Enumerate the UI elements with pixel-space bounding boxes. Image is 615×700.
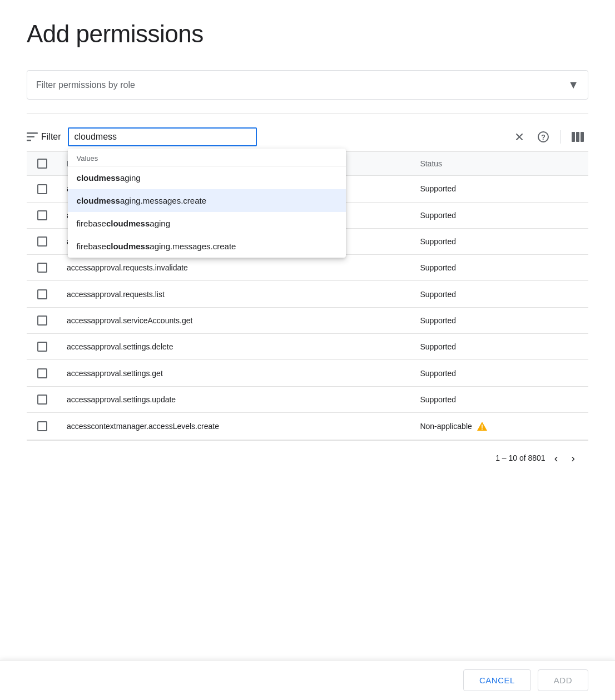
filter-role-dropdown[interactable]: Filter permissions by role ▼ — [27, 70, 588, 100]
filter-input-wrapper: Values cloudmessaging cloudmessaging.mes… — [68, 127, 503, 146]
row-checkbox-3[interactable] — [37, 263, 47, 273]
td-checkbox — [27, 255, 58, 281]
pagination-range: 1 – 10 of 8801 — [495, 453, 545, 462]
td-permission: accessapproval.settings.get — [58, 360, 411, 386]
row-checkbox-0[interactable] — [37, 184, 47, 194]
row-checkbox-6[interactable] — [37, 342, 47, 352]
td-checkbox — [27, 228, 58, 254]
pagination: 1 – 10 of 8801 ‹ › — [27, 440, 588, 476]
row-checkbox-4[interactable] — [37, 289, 47, 299]
cancel-button[interactable]: CANCEL — [463, 669, 531, 691]
filter-label: Filter — [41, 132, 61, 142]
highlight-text: cloudmess — [77, 196, 120, 205]
table-row: accesscontextmanager.accessLevels.create… — [27, 412, 588, 440]
filter-role-placeholder: Filter permissions by role — [36, 80, 135, 90]
td-checkbox — [27, 281, 58, 307]
row-checkbox-5[interactable] — [37, 316, 47, 326]
page-container: Add permissions Filter permissions by ro… — [0, 0, 615, 700]
svg-rect-7 — [581, 132, 584, 142]
filter-input[interactable] — [68, 127, 257, 146]
autocomplete-dropdown: Values cloudmessaging cloudmessaging.mes… — [68, 149, 346, 258]
td-permission: accessapproval.serviceAccounts.get — [58, 307, 411, 333]
filter-icon-area: Filter — [27, 132, 61, 142]
td-status: Supported — [411, 360, 588, 386]
columns-icon — [572, 132, 584, 142]
columns-button[interactable] — [567, 127, 588, 146]
highlight-text: cloudmess — [106, 219, 150, 228]
status-non-applicable: Non-applicable ! — [420, 421, 579, 432]
divider — [27, 113, 588, 114]
svg-text:?: ? — [541, 133, 545, 141]
filter-bar: Filter Values cloudmessaging cloudmessag… — [27, 122, 588, 151]
row-checkbox-9[interactable] — [37, 421, 47, 431]
autocomplete-item-cloudmessaging-messages-create[interactable]: cloudmessaging.messages.create — [68, 189, 346, 212]
th-status: Status — [411, 152, 588, 176]
td-checkbox — [27, 386, 58, 412]
table-row: accessapproval.requests.invalidateSuppor… — [27, 255, 588, 281]
clear-filter-button[interactable] — [510, 127, 529, 146]
svg-rect-1 — [27, 136, 34, 138]
td-checkbox — [27, 334, 58, 360]
td-checkbox — [27, 412, 58, 440]
td-permission: accessapproval.settings.update — [58, 386, 411, 412]
table-row: accessapproval.requests.listSupported — [27, 281, 588, 307]
td-status: Supported — [411, 202, 588, 228]
svg-rect-0 — [27, 132, 38, 134]
autocomplete-item-firebasecloudmessaging-messages-create[interactable]: firebasecloudmessaging.messages.create — [68, 235, 346, 258]
pagination-next-button[interactable]: › — [567, 450, 579, 467]
help-icon: ? — [538, 131, 549, 142]
table-row: accessapproval.serviceAccounts.getSuppor… — [27, 307, 588, 333]
highlight-text: cloudmess — [106, 241, 150, 251]
td-status: Supported — [411, 386, 588, 412]
td-checkbox — [27, 360, 58, 386]
warning-icon: ! — [477, 421, 488, 432]
dropdown-header: Values — [68, 149, 346, 166]
help-button[interactable]: ? — [533, 127, 553, 147]
autocomplete-item-cloudmessaging[interactable]: cloudmessaging — [68, 166, 346, 189]
td-permission: accesscontextmanager.accessLevels.create — [58, 412, 411, 440]
bottom-bar: CANCEL ADD — [0, 660, 615, 700]
filter-actions: ? — [510, 127, 588, 147]
td-permission: accessapproval.requests.list — [58, 281, 411, 307]
td-status: Supported — [411, 228, 588, 254]
td-status: Supported — [411, 176, 588, 202]
action-divider — [560, 130, 561, 144]
table-row: accessapproval.settings.getSupported — [27, 360, 588, 386]
td-status: Non-applicable ! — [411, 412, 588, 440]
close-icon — [514, 132, 524, 142]
row-checkbox-1[interactable] — [37, 210, 47, 220]
td-status: Supported — [411, 255, 588, 281]
select-all-checkbox[interactable] — [37, 159, 47, 169]
td-status: Supported — [411, 307, 588, 333]
svg-text:!: ! — [481, 423, 483, 431]
table-row: accessapproval.settings.deleteSupported — [27, 334, 588, 360]
autocomplete-item-firebasecloudmessaging[interactable]: firebasecloudmessaging — [68, 212, 346, 235]
filter-icon — [27, 132, 38, 141]
td-status: Supported — [411, 281, 588, 307]
highlight-text: cloudmess — [77, 173, 120, 183]
dropdown-arrow-icon: ▼ — [568, 78, 579, 91]
td-status: Supported — [411, 334, 588, 360]
th-checkbox — [27, 152, 58, 176]
row-checkbox-8[interactable] — [37, 395, 47, 405]
page-title: Add permissions — [27, 20, 588, 48]
td-permission: accessapproval.settings.delete — [58, 334, 411, 360]
svg-rect-6 — [576, 132, 579, 142]
td-checkbox — [27, 307, 58, 333]
row-checkbox-7[interactable] — [37, 368, 47, 378]
td-checkbox — [27, 176, 58, 202]
svg-rect-5 — [572, 132, 575, 142]
td-permission: accessapproval.requests.invalidate — [58, 255, 411, 281]
table-row: accessapproval.settings.updateSupported — [27, 386, 588, 412]
td-checkbox — [27, 202, 58, 228]
pagination-prev-button[interactable]: ‹ — [550, 450, 563, 467]
add-button: ADD — [538, 669, 588, 691]
row-checkbox-2[interactable] — [37, 236, 47, 247]
svg-rect-2 — [27, 140, 31, 141]
